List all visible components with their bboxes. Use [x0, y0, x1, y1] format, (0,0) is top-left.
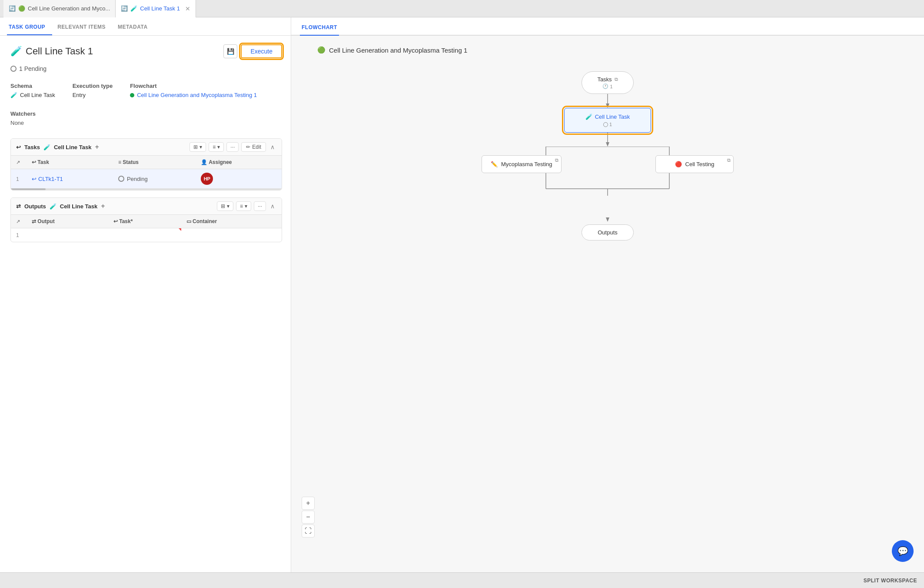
fc-node-mycoplasma[interactable]: ✏️ Mycoplasma Testing ⧉: [482, 155, 562, 173]
task-link-icon: ↩: [32, 176, 37, 182]
flowchart-value: Cell Line Generation and Mycoplasma Test…: [130, 92, 257, 98]
outputs-filter-chevron: ▾: [245, 203, 247, 209]
outputs-add-button[interactable]: +: [101, 202, 105, 210]
main-layout: TASK GROUP RELEVANT ITEMS METADATA 🧪 Cel…: [0, 17, 924, 572]
outputs-schema: Cell Line Task: [60, 203, 97, 210]
tab-icon-1: 🔄: [9, 5, 16, 12]
avatar: HP: [201, 173, 213, 185]
outputs-table-row[interactable]: 1: [11, 228, 282, 242]
watchers-section: Watchers None: [10, 110, 282, 126]
tab-flowchart[interactable]: FLOWCHART: [300, 24, 339, 36]
svg-marker-13: [606, 217, 609, 222]
outputs-more-button[interactable]: ···: [254, 201, 266, 211]
tasks-collapse-button[interactable]: ∧: [269, 143, 276, 151]
branch-nodes: ✏️ Mycoplasma Testing ⧉ 🔴 Cell Testing ⧉: [482, 155, 734, 173]
outputs-icon: ⇄: [16, 203, 21, 210]
task-link[interactable]: CLTk1-T1: [38, 176, 63, 182]
tasks-more-icon: ···: [230, 144, 235, 150]
tasks-filter-icon: ≡: [213, 144, 216, 150]
zoom-out-button[interactable]: −: [302, 511, 315, 524]
mycoplasma-label: Mycoplasma Testing: [501, 161, 552, 167]
fc-node-tasks[interactable]: Tasks ⧉ 🕐 1: [582, 71, 634, 94]
schema-icon: 🧪: [10, 92, 17, 98]
nav-tabs: TASK GROUP RELEVANT ITEMS METADATA: [0, 17, 291, 36]
outputs-group-button[interactable]: ⊞ ▾: [217, 201, 233, 211]
tab-label-1: Cell Line Generation and Myco...: [28, 5, 110, 12]
cell-line-task-label: Cell Line Task: [595, 114, 630, 120]
fc-controls: + − ⛶: [302, 497, 315, 538]
tasks-expand-icon: ⧉: [615, 77, 618, 82]
cell-testing-expand-icon: ⧉: [727, 157, 731, 163]
tasks-add-button[interactable]: +: [95, 143, 99, 151]
fc-arrow-3: [605, 210, 611, 224]
title-actions: 💾 Execute: [223, 44, 282, 58]
branch-row: ✏️ Mycoplasma Testing ⧉ 🔴 Cell Testing ⧉: [482, 147, 734, 173]
fc-node-outputs[interactable]: Outputs: [582, 224, 634, 241]
meta-section: Schema 🧪 Cell Line Task Execution type E…: [10, 83, 282, 98]
scroll-indicator: [11, 188, 282, 190]
outputs-filter-icon: ≡: [240, 203, 243, 209]
cell-testing-label: Cell Testing: [685, 161, 715, 167]
flowchart-green-dot: 🟢: [317, 46, 326, 54]
tab-task-group[interactable]: TASK GROUP: [7, 24, 52, 35]
task-icon: ↩: [32, 159, 36, 165]
fc-node-cell-line-task[interactable]: 🧪 Cell Line Task 1: [564, 108, 651, 133]
tasks-group-chevron: ▾: [199, 144, 202, 150]
outputs-more-icon: ···: [258, 203, 262, 209]
out-col-container: ▭ Container: [181, 215, 282, 228]
outputs-table-header-left: ⇄ Outputs 🧪 Cell Line Task +: [16, 202, 105, 210]
split-workspace-label[interactable]: SPLIT WORKSPACE: [864, 578, 917, 584]
status-cell: Pending: [113, 169, 196, 189]
tasks-title: Tasks: [24, 144, 40, 150]
container-icon: ▭: [186, 218, 191, 224]
tasks-schema: Cell Line Task: [54, 144, 91, 150]
chat-button[interactable]: 💬: [892, 540, 914, 562]
cell-line-task-count: 1: [603, 122, 612, 127]
cell-line-task-icon: 🧪: [585, 114, 592, 120]
tasks-edit-button[interactable]: ✏ Edit: [241, 142, 266, 152]
outputs-group-icon: ⊞: [221, 203, 225, 209]
cell-testing-icon: 🔴: [675, 161, 682, 167]
bottom-bar: SPLIT WORKSPACE: [0, 572, 924, 588]
fc-arrow-2: [605, 133, 611, 147]
zoom-in-button[interactable]: +: [302, 497, 315, 510]
mycoplasma-icon: ✏️: [491, 161, 498, 167]
tasks-timer: 🕐 1: [602, 84, 612, 89]
tab-relevant-items[interactable]: RELEVANT ITEMS: [56, 24, 113, 35]
out-col-output: ⇄ Output: [27, 215, 108, 228]
flowchart-title: 🟢 Cell Line Generation and Mycoplasma Te…: [291, 36, 924, 54]
tab-cell-line-task[interactable]: 🔄 🧪 Cell Line Task 1 ✕: [116, 0, 196, 17]
right-nav: FLOWCHART: [291, 17, 924, 36]
outputs-filter-button[interactable]: ≡ ▾: [236, 201, 251, 211]
tab-extra-icon-2: 🧪: [130, 5, 137, 12]
fit-button[interactable]: ⛶: [302, 525, 315, 538]
watchers-label: Watchers: [10, 110, 282, 117]
schema-label: Schema: [10, 83, 55, 89]
outputs-collapse-button[interactable]: ∧: [269, 202, 276, 210]
watchers-value: None: [10, 120, 282, 126]
clock-icon: 🕐: [602, 84, 608, 89]
tab-close-button[interactable]: ✕: [185, 6, 190, 12]
col-task: ↩ Task: [27, 156, 113, 169]
status-row: 1 Pending: [10, 65, 282, 72]
status-icon: ≡: [118, 159, 121, 165]
save-icon-button[interactable]: 💾: [223, 44, 237, 58]
out-col-task: ↩ Task*: [108, 215, 181, 228]
tab-metadata[interactable]: METADATA: [116, 24, 155, 35]
schema-value: 🧪 Cell Line Task: [10, 92, 55, 98]
tasks-more-button[interactable]: ···: [226, 142, 239, 152]
out-task-icon: ↩: [113, 218, 118, 224]
fc-node-cell-testing[interactable]: 🔴 Cell Testing ⧉: [655, 155, 734, 173]
execute-button[interactable]: Execute: [241, 44, 282, 58]
tab-cell-line-generation[interactable]: 🔄 🟢 Cell Line Generation and Myco...: [3, 0, 116, 17]
tasks-filter-button[interactable]: ≡ ▾: [209, 142, 224, 152]
tasks-table-header: ↩ Tasks 🧪 Cell Line Task + ⊞ ▾ ≡ ▾: [11, 139, 282, 156]
tasks-edit-label: Edit: [252, 144, 261, 150]
tasks-table-header-left: ↩ Tasks 🧪 Cell Line Task +: [16, 143, 99, 151]
flowchart-link[interactable]: Cell Line Generation and Mycoplasma Test…: [137, 92, 257, 98]
tasks-schema-icon: 🧪: [43, 144, 50, 150]
status-text: 1 Pending: [19, 65, 47, 72]
table-row[interactable]: 1 ↩ CLTk1-T1 Pending: [11, 169, 282, 189]
red-triangle-icon: [179, 228, 181, 231]
tasks-group-button[interactable]: ⊞ ▾: [189, 142, 206, 152]
